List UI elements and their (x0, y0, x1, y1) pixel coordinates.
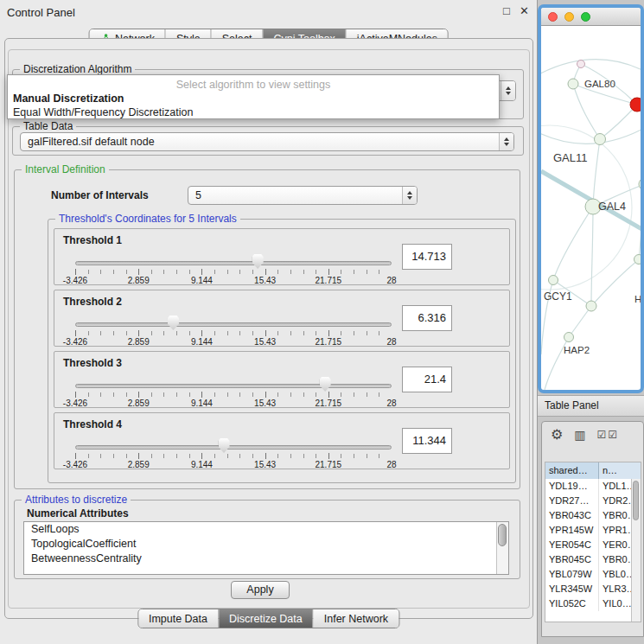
network-view-window: GAL80 GAL11 GAL4 GCY1 HAP2 H (538, 4, 644, 393)
cell-name: YBR0… (599, 508, 631, 523)
dropdown-placeholder-item: Select algorithm to view settings (8, 79, 499, 91)
threshold-3-title: Threshold 3 (63, 357, 122, 369)
slider-thumb[interactable] (168, 316, 179, 330)
threshold-panel-3: Threshold 3 -3.4262.8599.14415.4321.7152… (54, 351, 510, 408)
list-scrollbar[interactable] (496, 522, 508, 574)
threshold-1-title: Threshold 1 (63, 234, 122, 246)
table-row[interactable]: YIL052CYIL0… (545, 596, 631, 611)
network-node[interactable] (639, 178, 641, 190)
cell-shared-name: YPR145W (545, 523, 599, 538)
bottom-tab-bar: Impute Data Discretize Data Infer Networ… (137, 609, 399, 628)
table-panel-header: Table Panel (538, 395, 644, 417)
checkbox-icon[interactable]: ☑ (608, 429, 617, 441)
network-node[interactable] (634, 255, 641, 265)
checkbox-icon[interactable]: ☑ (597, 429, 607, 441)
network-window-titlebar[interactable] (541, 8, 641, 26)
columns-icon[interactable]: ▥ (574, 428, 585, 442)
network-node[interactable] (568, 79, 578, 89)
gear-icon[interactable]: ⚙ (551, 426, 563, 443)
tab-impute-data[interactable]: Impute Data (138, 609, 219, 628)
table-row[interactable]: YBR045CYBR0… (545, 552, 631, 567)
cell-name: YIL0… (599, 596, 631, 611)
slider-scale-labels: -3.4262.8599.14415.4321.71528 (75, 276, 392, 284)
network-node[interactable] (564, 333, 574, 342)
threshold-1-value[interactable]: 14.713 (402, 244, 452, 270)
network-node[interactable] (577, 61, 585, 68)
numerical-attributes-label: Numerical Attributes (27, 507, 129, 520)
slider-track[interactable] (75, 322, 392, 327)
slider-scale-labels: -3.4262.8599.14415.4321.71528 (75, 399, 392, 407)
dropdown-option-manual-discretization[interactable]: Manual Discretization (13, 92, 124, 105)
cell-name: YDR2… (599, 494, 631, 508)
network-node[interactable] (595, 134, 606, 145)
table-row[interactable]: YPR145WYPR1… (545, 523, 631, 538)
cell-shared-name: YDR27… (545, 494, 599, 508)
slider-major-ticks (75, 330, 392, 336)
threshold-2-title: Threshold 2 (63, 296, 122, 308)
cell-shared-name: YLR345W (545, 582, 599, 596)
slider-thumb[interactable] (320, 377, 331, 392)
table-data-group-title: Table Data (20, 120, 76, 132)
thresholds-group: Threshold's Coordinates for 5 Intervals … (48, 219, 516, 483)
combo-stepper-icon (501, 81, 515, 100)
tab-discretize-data[interactable]: Discretize Data (219, 609, 314, 628)
threshold-3-value[interactable]: 21.4 (402, 367, 452, 392)
list-scrollbar-thumb[interactable] (498, 524, 507, 546)
thresholds-group-title: Threshold's Coordinates for 5 Intervals (55, 213, 240, 225)
close-window-icon[interactable]: ✕ (520, 4, 529, 17)
table-data-select-value: galFiltered.sif default node (28, 136, 155, 148)
threshold-panel-4: Threshold 4 -3.4262.8599.14415.4321.7152… (54, 412, 510, 469)
table-scrollbar[interactable] (631, 479, 641, 622)
attributes-list: SelfLoops TopologicalCoefficient Between… (23, 521, 509, 575)
table-row[interactable]: YDL19…YDL1… (545, 479, 631, 494)
cell-shared-name: YIL052C (545, 596, 599, 611)
table-data-select[interactable]: galFiltered.sif default node (20, 132, 514, 151)
table-row[interactable]: YBR043CYBR0… (545, 508, 631, 523)
algorithm-group-title: Discretization Algorithm (20, 63, 135, 75)
slider-major-ticks (75, 453, 392, 459)
cell-name: YBR0… (599, 552, 631, 567)
column-header-shared-name[interactable]: shared… (545, 462, 599, 479)
number-of-intervals-value: 5 (195, 189, 201, 201)
dropdown-option-equal-width-frequency[interactable]: Equal Width/Frequency Discretization (13, 106, 193, 118)
slider-thumb[interactable] (219, 438, 230, 453)
slider-track[interactable] (75, 384, 392, 388)
attributes-group-title: Attributes to discretize (22, 494, 131, 506)
slider-thumb[interactable] (252, 254, 264, 269)
column-header-name[interactable]: n… (599, 462, 641, 479)
number-of-intervals-label: Number of Intervals (51, 189, 149, 201)
tab-infer-network-label: Infer Network (324, 613, 388, 625)
threshold-4-value[interactable]: 11.344 (402, 428, 452, 454)
float-window-icon[interactable]: □ (503, 4, 510, 17)
slider-track[interactable] (75, 445, 392, 450)
table-row[interactable]: YLR345WYLR3… (545, 582, 631, 596)
network-node-selected[interactable] (630, 98, 641, 112)
network-node[interactable] (549, 276, 558, 285)
slider-major-ticks (75, 392, 392, 398)
table-row[interactable]: YDR27…YDR2… (545, 494, 631, 508)
zoom-traffic-light[interactable] (581, 12, 590, 22)
slider-track[interactable] (75, 261, 392, 265)
threshold-2-value[interactable]: 6.316 (402, 305, 452, 331)
table-row[interactable]: YBL079WYBL0… (545, 567, 631, 582)
tab-infer-network[interactable]: Infer Network (314, 609, 399, 628)
table-row[interactable]: YER054CYER0… (545, 538, 631, 552)
slider-scale-labels: -3.4262.8599.14415.4321.71528 (75, 460, 392, 469)
list-item[interactable]: SelfLoops (24, 522, 508, 537)
tab-impute-data-label: Impute Data (149, 613, 207, 625)
apply-button[interactable]: Apply (231, 581, 290, 599)
table-panel-window: ⚙ ▥ ☑☑ shared… n… YDL19…YDL1… YDR27…YDR2… (541, 421, 644, 637)
list-item[interactable]: TopologicalCoefficient (24, 537, 508, 552)
table-scrollbar-thumb[interactable] (633, 481, 639, 520)
network-node[interactable] (586, 301, 596, 311)
network-node-label: GAL4 (598, 201, 626, 213)
network-node-label: GAL11 (553, 151, 588, 164)
network-canvas[interactable]: GAL80 GAL11 GAL4 GCY1 HAP2 H (541, 26, 641, 390)
node-table: shared… n… YDL19…YDL1… YDR27…YDR2… YBR04… (545, 462, 641, 622)
minimize-traffic-light[interactable] (564, 12, 574, 22)
number-of-intervals-select[interactable]: 5 (188, 186, 418, 205)
list-item[interactable]: BetweennessCentrality (24, 552, 508, 566)
table-panel-title: Table Panel (545, 399, 599, 411)
close-traffic-light[interactable] (548, 12, 558, 22)
network-node-label: GAL80 (584, 79, 615, 89)
